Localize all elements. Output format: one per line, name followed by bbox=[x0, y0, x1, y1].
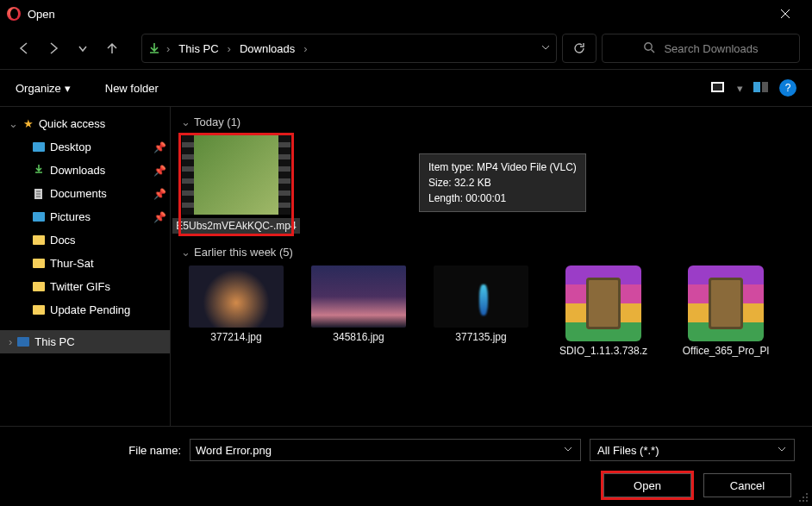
folder-icon bbox=[33, 259, 45, 268]
image-thumbnail bbox=[434, 265, 528, 328]
file-item[interactable]: Office_365_Pro_Pl bbox=[671, 265, 781, 357]
pin-icon: 📌 bbox=[153, 165, 166, 177]
svg-point-2 bbox=[645, 42, 652, 49]
dropdown-arrow-icon[interactable]: ▾ bbox=[737, 82, 743, 95]
sidebar-item-label: Desktop bbox=[50, 141, 91, 153]
help-button[interactable]: ? bbox=[779, 79, 796, 97]
button-label: Open bbox=[634, 479, 661, 492]
refresh-button[interactable] bbox=[562, 34, 597, 63]
sidebar-item-downloads[interactable]: Downloads 📌 bbox=[0, 159, 170, 182]
file-name: Office_365_Pro_Pl bbox=[683, 345, 770, 357]
close-button[interactable] bbox=[765, 0, 805, 28]
sidebar-item-pictures[interactable]: Pictures 📌 bbox=[0, 205, 170, 228]
file-name: 345816.jpg bbox=[333, 331, 384, 343]
download-icon bbox=[33, 163, 45, 178]
download-icon bbox=[147, 41, 161, 55]
svg-point-15 bbox=[799, 500, 801, 502]
tooltip-line: Size: 32.2 KB bbox=[428, 175, 577, 191]
sidebar-item-this-pc[interactable]: › This PC bbox=[0, 330, 170, 353]
desktop-icon bbox=[33, 142, 45, 152]
file-item[interactable]: 345816.jpg bbox=[303, 265, 414, 357]
tooltip-line: Length: 00:00:01 bbox=[428, 191, 577, 206]
sidebar-item-quick-access[interactable]: ⌄ ★ Quick access bbox=[0, 112, 170, 135]
up-button[interactable] bbox=[100, 34, 124, 62]
search-placeholder: Search Downloads bbox=[664, 42, 758, 55]
file-item[interactable]: 377214.jpg bbox=[181, 265, 291, 357]
view-mode-button[interactable] bbox=[711, 82, 727, 94]
svg-rect-7 bbox=[762, 82, 768, 92]
pin-icon: 📌 bbox=[153, 188, 166, 200]
group-header-earlier[interactable]: ⌄ Earlier this week (5) bbox=[181, 246, 802, 259]
filter-value: All Files (*.*) bbox=[597, 444, 777, 457]
chevron-down-icon: ⌄ bbox=[9, 117, 18, 130]
sidebar-item-twitter[interactable]: Twitter GIFs bbox=[0, 275, 170, 298]
sidebar-item-thur-sat[interactable]: Thur-Sat bbox=[0, 252, 170, 275]
open-button[interactable]: Open bbox=[603, 473, 691, 497]
recent-button[interactable] bbox=[71, 34, 95, 62]
folder-icon bbox=[33, 235, 45, 245]
organize-menu[interactable]: Organize ▾ bbox=[16, 82, 71, 95]
new-folder-button[interactable]: New folder bbox=[105, 82, 159, 95]
breadcrumb[interactable]: This PC bbox=[175, 42, 222, 55]
svg-rect-6 bbox=[753, 82, 760, 92]
chevron-right-icon: › bbox=[9, 335, 12, 348]
chevron-down-icon[interactable] bbox=[540, 42, 551, 55]
svg-rect-5 bbox=[713, 84, 722, 91]
preview-pane-button[interactable] bbox=[753, 82, 769, 94]
sidebar-item-label: Documents bbox=[50, 187, 107, 200]
cancel-button[interactable]: Cancel bbox=[703, 473, 791, 497]
archive-icon bbox=[565, 265, 641, 341]
search-input[interactable]: Search Downloads bbox=[602, 34, 800, 63]
forward-button[interactable] bbox=[41, 34, 66, 62]
search-icon bbox=[643, 41, 655, 56]
filename-value: Word Error.png bbox=[196, 444, 563, 457]
sidebar-item-label: Docs bbox=[50, 234, 76, 247]
chevron-right-icon: › bbox=[226, 42, 233, 55]
chevron-down-icon[interactable] bbox=[563, 444, 573, 457]
document-icon bbox=[33, 188, 45, 200]
file-tooltip: Item type: MP4 Video File (VLC) Size: 32… bbox=[419, 153, 586, 212]
file-item[interactable]: E5Ubs2mVEAkKQC-.mp4 bbox=[181, 135, 291, 234]
file-item[interactable]: SDIO_1.11.3.738.z bbox=[548, 265, 659, 357]
sidebar-item-update[interactable]: Update Pending bbox=[0, 298, 170, 322]
file-filter-select[interactable]: All Files (*.*) bbox=[590, 439, 795, 461]
sidebar-item-label: Quick access bbox=[39, 117, 105, 130]
image-thumbnail bbox=[311, 265, 406, 328]
image-thumbnail bbox=[189, 265, 284, 328]
sidebar-item-label: Update Pending bbox=[50, 303, 130, 316]
dialog-footer: File name: Word Error.png All Files (*.*… bbox=[0, 426, 812, 506]
file-name: E5Ubs2mVEAkKQC-.mp4 bbox=[172, 218, 299, 234]
file-item[interactable]: 377135.jpg bbox=[426, 265, 536, 357]
tooltip-line: Item type: MP4 Video File (VLC) bbox=[428, 159, 577, 175]
chevron-right-icon: › bbox=[302, 42, 309, 55]
breadcrumb[interactable]: Downloads bbox=[236, 42, 298, 55]
chevron-right-icon: › bbox=[165, 42, 172, 55]
pin-icon: 📌 bbox=[153, 211, 166, 223]
location-bar[interactable]: › This PC › Downloads › bbox=[141, 34, 557, 63]
sidebar-item-documents[interactable]: Documents 📌 bbox=[0, 182, 170, 205]
folder-icon bbox=[33, 305, 45, 315]
sidebar-item-label: Thur-Sat bbox=[50, 257, 94, 270]
star-icon: ★ bbox=[23, 117, 34, 130]
back-button[interactable] bbox=[12, 34, 36, 62]
organize-label: Organize bbox=[16, 82, 61, 95]
chevron-down-icon: ⌄ bbox=[181, 116, 191, 128]
svg-point-13 bbox=[803, 497, 804, 498]
archive-icon bbox=[688, 265, 764, 341]
folder-icon bbox=[33, 282, 45, 291]
chevron-down-icon: ⌄ bbox=[181, 246, 191, 259]
video-thumbnail bbox=[182, 135, 290, 215]
sidebar-item-desktop[interactable]: Desktop 📌 bbox=[0, 135, 170, 159]
file-name: 377214.jpg bbox=[210, 331, 261, 343]
group-header-today[interactable]: ⌄ Today (1) bbox=[181, 116, 802, 128]
computer-icon bbox=[17, 337, 29, 347]
chevron-down-icon bbox=[777, 444, 787, 457]
sidebar-item-docs[interactable]: Docs bbox=[0, 228, 170, 252]
group-label: Today (1) bbox=[194, 116, 240, 128]
resize-grip[interactable] bbox=[798, 492, 809, 503]
titlebar: Open bbox=[0, 0, 812, 28]
filename-input[interactable]: Word Error.png bbox=[190, 439, 581, 461]
svg-point-12 bbox=[806, 493, 808, 495]
opera-logo-icon bbox=[7, 7, 21, 21]
file-list: ⌄ Today (1) E5Ubs2mVEAkKQC-.mp4 Item typ… bbox=[171, 107, 812, 426]
